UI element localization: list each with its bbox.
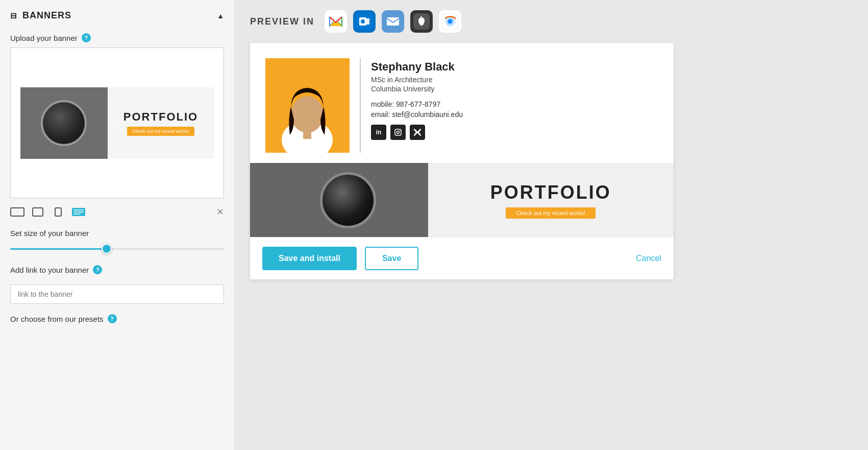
preview-card: Stephany Black MSc in Architecture Colum… xyxy=(250,43,674,279)
panel-header: ⊟ BANNERS ▲ xyxy=(10,10,224,21)
banner-preview-strip: PORTFOLIO Check out my recent works! xyxy=(250,163,674,237)
banner-image-area: PORTFOLIO Check out my recent works! ⊹ xyxy=(20,87,214,159)
signature-area: Stephany Black MSc in Architecture Colum… xyxy=(250,43,674,163)
outlook-icon[interactable] xyxy=(353,10,376,33)
panel-icon: ⊟ xyxy=(10,11,17,20)
svg-point-24 xyxy=(397,131,400,134)
svg-rect-0 xyxy=(11,208,24,216)
presets-section: Or choose from our presets ? xyxy=(10,314,224,323)
link-input[interactable] xyxy=(10,285,224,304)
size-custom-icon[interactable] xyxy=(71,207,86,217)
preview-label: PREVIEW IN xyxy=(250,16,314,27)
svg-point-21 xyxy=(291,96,324,133)
set-size-label: Set size of your banner xyxy=(10,229,224,238)
banner-cam-lens xyxy=(320,172,376,228)
sig-divider xyxy=(360,58,361,153)
slider-fill xyxy=(10,248,107,250)
svg-rect-1 xyxy=(33,208,43,216)
banner-cam-side xyxy=(250,163,428,237)
size-full-icon[interactable] xyxy=(10,207,24,217)
right-panel: PREVIEW IN xyxy=(235,0,868,450)
svg-rect-11 xyxy=(366,18,369,25)
svg-rect-13 xyxy=(387,17,399,26)
upload-label: Upload your banner ? xyxy=(10,33,224,42)
banner-upload-box[interactable]: PORTFOLIO Check out my recent works! ⊹ xyxy=(10,48,224,198)
size-small-icon[interactable] xyxy=(51,207,65,217)
svg-point-25 xyxy=(400,130,401,131)
sig-org: Columbia University xyxy=(371,85,658,93)
presets-label: Or choose from our presets ? xyxy=(10,314,224,323)
set-size-section: Set size of your banner xyxy=(10,229,224,255)
save-install-button[interactable]: Save and install xyxy=(262,247,357,270)
sig-name: Stephany Black xyxy=(371,60,658,74)
portfolio-btn-left: Check out my recent works! xyxy=(127,127,194,136)
cancel-button[interactable]: Cancel xyxy=(636,254,661,263)
thunderbird-icon[interactable] xyxy=(439,10,461,33)
apple-icon[interactable] xyxy=(410,10,433,33)
preview-header: PREVIEW IN xyxy=(250,10,853,33)
slider-track xyxy=(10,248,224,250)
client-icons xyxy=(325,10,461,33)
person-photo xyxy=(265,58,350,153)
action-bar: Save and install Save Cancel xyxy=(250,237,674,279)
panel-title-text: BANNERS xyxy=(22,10,71,21)
gmail-icon[interactable] xyxy=(325,10,347,33)
portfolio-side: PORTFOLIO Check out my recent works! xyxy=(108,87,214,159)
panel-title: ⊟ BANNERS xyxy=(10,10,71,21)
add-link-label: Add link to your banner ? xyxy=(10,265,224,274)
sig-mobile: mobile: 987-677-8797 xyxy=(371,100,658,108)
sig-social: in xyxy=(371,125,658,140)
svg-rect-2 xyxy=(55,208,61,216)
size-icons-row: ✕ xyxy=(10,204,224,220)
person-silhouette xyxy=(265,58,350,153)
banner-portfolio-btn: Check out my recent works! xyxy=(506,207,596,219)
sig-info: Stephany Black MSc in Architecture Colum… xyxy=(371,58,658,153)
portfolio-text-left: PORTFOLIO xyxy=(123,110,198,124)
delete-icon[interactable]: ✕ xyxy=(216,206,224,218)
size-medium-icon[interactable] xyxy=(31,207,45,217)
collapse-button[interactable]: ▲ xyxy=(217,12,224,20)
banner-content: PORTFOLIO Check out my recent works! xyxy=(20,87,214,159)
svg-rect-23 xyxy=(395,129,401,135)
camera-lens xyxy=(41,100,87,146)
slider-thumb[interactable] xyxy=(102,244,112,254)
add-link-section: Add link to your banner ? xyxy=(10,265,224,304)
apple-mail-icon[interactable] xyxy=(382,10,404,33)
sig-title: MSc in Architecture xyxy=(371,76,658,84)
camera-side xyxy=(20,87,108,159)
sig-email: email: stef@columbiauni.edu xyxy=(371,110,658,119)
linkedin-btn[interactable]: in xyxy=(371,125,386,140)
left-panel: ⊟ BANNERS ▲ Upload your banner ? PORTFOL… xyxy=(0,0,235,450)
banner-portfolio-label: PORTFOLIO xyxy=(490,182,611,203)
svg-rect-22 xyxy=(303,129,311,139)
banner-text-side: PORTFOLIO Check out my recent works! xyxy=(428,163,674,237)
link-help-icon[interactable]: ? xyxy=(93,265,102,274)
save-button[interactable]: Save xyxy=(365,247,418,270)
svg-point-10 xyxy=(361,19,365,23)
upload-help-icon[interactable]: ? xyxy=(82,33,91,42)
slider-container[interactable] xyxy=(10,243,224,255)
instagram-btn[interactable] xyxy=(390,125,406,140)
twitter-btn[interactable] xyxy=(410,125,425,140)
presets-help-icon[interactable]: ? xyxy=(108,314,117,323)
upload-section: Upload your banner ? PORTFOLIO Check out… xyxy=(10,33,224,220)
svg-point-18 xyxy=(448,19,452,23)
